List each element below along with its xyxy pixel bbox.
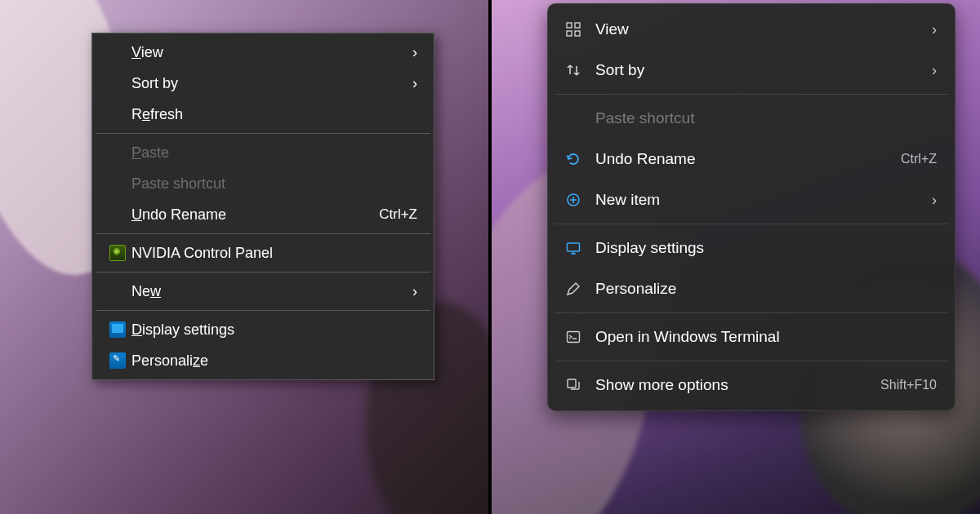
menu-label: Paste shortcut xyxy=(131,175,417,193)
menu-label: Paste shortcut xyxy=(595,109,937,127)
menu-separator xyxy=(96,310,430,311)
menu-item-view[interactable]: View › xyxy=(94,37,432,68)
menu-label: Sort by xyxy=(131,75,406,92)
chevron-right-icon: › xyxy=(412,44,417,61)
menu-separator xyxy=(555,361,948,361)
undo-icon xyxy=(566,152,595,166)
svg-rect-1 xyxy=(575,23,580,28)
menu-label: Show more options xyxy=(595,376,880,394)
context-menu-win10: View › Sort by › Refresh Paste Paste sho… xyxy=(91,33,434,380)
menu-separator xyxy=(555,312,948,313)
menu-shortcut: Shift+F10 xyxy=(880,378,937,392)
panel-win10: View › Sort by › Refresh Paste Paste sho… xyxy=(0,0,488,514)
menu-label: View xyxy=(131,44,406,61)
menu-item-paste-shortcut: Paste shortcut xyxy=(94,168,432,199)
menu-label: Display settings xyxy=(595,239,937,257)
menu-label: Open in Windows Terminal xyxy=(595,328,937,346)
menu-shortcut: Ctrl+Z xyxy=(901,152,937,166)
menu-label: New xyxy=(131,283,406,300)
menu-item-refresh[interactable]: Refresh xyxy=(94,99,432,130)
svg-rect-3 xyxy=(575,31,580,36)
display-icon xyxy=(566,241,595,255)
menu-item-new[interactable]: New item › xyxy=(553,179,950,220)
menu-item-nvidia[interactable]: NVIDIA Control Panel xyxy=(94,237,432,268)
terminal-icon xyxy=(566,330,595,344)
menu-item-show-more[interactable]: Show more options Shift+F10 xyxy=(553,365,950,405)
menu-separator xyxy=(555,224,948,224)
new-plus-icon xyxy=(566,193,595,207)
chevron-right-icon: › xyxy=(932,21,937,38)
menu-separator xyxy=(96,133,430,134)
menu-separator xyxy=(555,94,948,95)
view-grid-icon xyxy=(566,22,595,37)
show-more-icon xyxy=(566,378,595,392)
menu-label: Refresh xyxy=(131,106,417,123)
menu-label: Undo Rename xyxy=(131,206,379,224)
chevron-right-icon: › xyxy=(412,283,417,300)
chevron-right-icon: › xyxy=(412,75,417,92)
menu-item-display-settings[interactable]: Display settings xyxy=(94,314,432,345)
menu-label: Personalize xyxy=(595,280,937,298)
sort-icon xyxy=(566,63,595,78)
personalize-pen-icon xyxy=(566,281,595,296)
menu-item-undo-rename[interactable]: Undo Rename Ctrl+Z xyxy=(553,139,950,179)
menu-item-sort-by[interactable]: Sort by › xyxy=(553,50,950,91)
menu-shortcut: Ctrl+Z xyxy=(379,206,417,223)
menu-item-personalize[interactable]: Personalize xyxy=(94,345,432,376)
menu-label: Personalize xyxy=(131,352,417,370)
context-menu-win11: View › Sort by › Paste shortcut Undo Ren… xyxy=(547,3,956,411)
menu-label: View xyxy=(595,20,932,38)
menu-label: Paste xyxy=(131,144,417,162)
menu-label: Undo Rename xyxy=(595,150,901,168)
menu-label: NVIDIA Control Panel xyxy=(131,245,417,262)
menu-item-new[interactable]: New › xyxy=(94,276,432,307)
svg-rect-0 xyxy=(567,23,572,28)
display-icon xyxy=(104,321,131,338)
svg-rect-5 xyxy=(568,243,580,251)
menu-item-display-settings[interactable]: Display settings xyxy=(553,228,950,268)
menu-label: New item xyxy=(595,191,932,209)
panel-win11: View › Sort by › Paste shortcut Undo Ren… xyxy=(492,0,980,514)
personalize-icon xyxy=(104,352,131,369)
menu-item-undo-rename[interactable]: Undo Rename Ctrl+Z xyxy=(94,199,432,230)
chevron-right-icon: › xyxy=(932,62,937,79)
menu-item-open-terminal[interactable]: Open in Windows Terminal xyxy=(553,317,950,357)
svg-rect-6 xyxy=(568,332,580,343)
menu-item-paste: Paste xyxy=(94,137,432,168)
menu-separator xyxy=(96,272,430,273)
chevron-right-icon: › xyxy=(932,192,937,209)
menu-label: Display settings xyxy=(131,321,417,339)
menu-item-view[interactable]: View › xyxy=(553,9,950,50)
menu-item-paste-shortcut: Paste shortcut xyxy=(553,98,950,139)
menu-item-sort-by[interactable]: Sort by › xyxy=(94,68,432,99)
svg-rect-7 xyxy=(568,379,576,388)
menu-label: Sort by xyxy=(595,61,932,79)
nvidia-icon xyxy=(104,245,131,261)
menu-item-personalize[interactable]: Personalize xyxy=(553,268,950,309)
svg-rect-2 xyxy=(567,31,572,36)
menu-separator xyxy=(96,233,430,234)
